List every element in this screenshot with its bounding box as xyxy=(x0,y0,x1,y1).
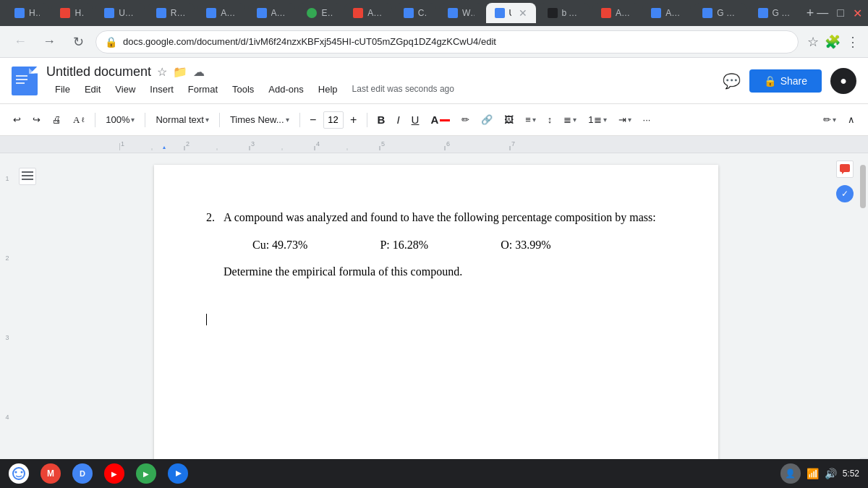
menu-edit[interactable]: Edit xyxy=(79,81,106,98)
docs-logo xyxy=(12,67,38,95)
zoom-button[interactable]: 100% ▾ xyxy=(101,109,139,131)
more-options-button[interactable]: ··· xyxy=(639,109,655,131)
image-button[interactable]: 🖼 xyxy=(500,109,518,131)
tab-aps2[interactable]: APS (... xyxy=(248,3,296,23)
font-color-button[interactable]: A xyxy=(426,109,454,131)
scrollbar-thumb[interactable] xyxy=(860,165,866,208)
document-area[interactable]: 2. A compound was analyzed and found to … xyxy=(41,153,832,488)
align-button[interactable]: ≡ ▾ xyxy=(521,109,540,131)
star-icon[interactable]: ☆ xyxy=(157,65,167,79)
url-input[interactable]: 🔒 docs.google.com/document/d/1ivM6f24nzx… xyxy=(95,30,799,53)
toolbar-separator-4 xyxy=(299,113,300,127)
tab-aps1[interactable]: APS_... xyxy=(197,3,244,23)
redo-button[interactable]: ↪ xyxy=(28,109,45,131)
undo-button[interactable]: ↩ xyxy=(9,109,25,131)
bookmark-icon[interactable]: ☆ xyxy=(807,34,819,50)
cloud-icon[interactable]: ☁ xyxy=(193,65,205,79)
style-dropdown[interactable]: Normal text ▾ xyxy=(151,109,213,131)
tab-close-icon[interactable]: ✕ xyxy=(519,7,527,19)
tab-chap[interactable]: Chap xyxy=(395,3,436,23)
tab-review[interactable]: Revie... xyxy=(148,3,195,23)
taskbar-music-icon[interactable] xyxy=(168,463,188,484)
taskbar-youtube-icon[interactable]: ▶ xyxy=(104,463,124,484)
share-button[interactable]: 🔒 Share xyxy=(749,69,822,93)
tab-untitle[interactable]: Untitle... xyxy=(95,3,145,23)
line-spacing-button[interactable]: ↕ xyxy=(543,109,557,131)
back-button[interactable]: ← xyxy=(9,30,32,53)
font-size-input[interactable] xyxy=(323,111,344,129)
edit-pencil-button[interactable]: ✏ ▾ xyxy=(819,109,841,131)
taskbar-play-icon[interactable]: ▶ xyxy=(136,463,156,484)
italic-button[interactable]: I xyxy=(392,109,404,131)
tab-home[interactable]: Home xyxy=(6,3,48,23)
forward-button[interactable]: → xyxy=(38,30,61,53)
tab-apsm[interactable]: APS /... xyxy=(344,3,391,23)
font-dropdown[interactable]: Times New... ▾ xyxy=(226,109,294,131)
chat-icon[interactable] xyxy=(836,160,854,178)
answer-area[interactable] xyxy=(206,310,666,329)
comments-icon[interactable]: 💬 xyxy=(723,72,741,90)
highlight-color-button[interactable]: ✏ xyxy=(457,109,474,131)
toolbar-separator-5 xyxy=(367,113,367,127)
menu-file[interactable]: File xyxy=(49,81,76,98)
taskbar-home-icon[interactable] xyxy=(9,463,29,484)
menu-format[interactable]: Format xyxy=(182,81,224,98)
document-title[interactable]: Untitled document xyxy=(46,64,151,80)
settings-icon[interactable]: ⋮ xyxy=(846,34,859,50)
tab-calcu[interactable]: G calcu... xyxy=(694,3,746,23)
left-sidebar xyxy=(14,153,41,488)
svg-marker-22 xyxy=(163,146,166,149)
last-edit-status: Last edit was seconds ago xyxy=(352,84,454,94)
font-size-decrease[interactable]: − xyxy=(306,113,320,127)
scrollbar[interactable] xyxy=(858,153,868,488)
underline-button[interactable]: U xyxy=(407,109,424,131)
app-header: Untitled document ☆ 📁 ☁ File Edit View I… xyxy=(0,58,868,104)
svg-rect-27 xyxy=(840,164,850,172)
user-avatar[interactable]: ● xyxy=(830,68,856,94)
indent-button[interactable]: ⇥ ▾ xyxy=(614,109,636,131)
taskbar-gmail-icon[interactable]: M xyxy=(41,463,61,484)
menu-view[interactable]: View xyxy=(109,81,141,98)
svg-text:1: 1 xyxy=(121,140,124,147)
question-number: 2. xyxy=(206,208,215,281)
minimize-icon[interactable]: — xyxy=(817,7,828,20)
menu-help[interactable]: Help xyxy=(312,81,344,98)
new-tab-button[interactable]: + xyxy=(807,6,814,21)
link-button[interactable]: 🔗 xyxy=(477,109,497,131)
refresh-button[interactable]: ↻ xyxy=(67,30,90,53)
collapse-button[interactable]: ∧ xyxy=(843,109,859,131)
sidebar-toggle-icon[interactable] xyxy=(19,168,36,185)
taskbar-user-avatar[interactable]: 👤 xyxy=(780,463,801,484)
bold-button[interactable]: B xyxy=(373,109,390,131)
tab-aps3[interactable]: APS T... xyxy=(642,3,691,23)
taskbar-docs-icon[interactable]: D xyxy=(72,463,93,484)
extension-icon[interactable]: 🧩 xyxy=(825,34,841,50)
share-lock-icon: 🔒 xyxy=(764,75,776,87)
spellcheck-button[interactable]: Aℓ xyxy=(69,109,89,131)
ruler: 1 2 3 4 5 6 7 xyxy=(0,136,868,153)
right-sidebar: ✓ xyxy=(832,153,858,488)
tab-essay[interactable]: Essay xyxy=(298,3,341,23)
margin-num-3: 3 xyxy=(5,334,9,341)
numbered-list-button[interactable]: 1≣ ▾ xyxy=(584,109,610,131)
tab-answers[interactable]: b Answ... xyxy=(539,3,590,23)
tab-active[interactable]: Ur X ✕ xyxy=(486,3,536,23)
tab-apsm2[interactable]: APS /... xyxy=(592,3,639,23)
menu-insert[interactable]: Insert xyxy=(144,81,179,98)
align-chevron-icon: ▾ xyxy=(532,116,536,124)
maximize-icon[interactable]: □ xyxy=(837,7,844,20)
print-button[interactable]: 🖨 xyxy=(48,109,66,131)
menu-tools[interactable]: Tools xyxy=(226,81,260,98)
close-browser-icon[interactable]: ✕ xyxy=(853,7,862,20)
tab-moon[interactable]: G moor... xyxy=(749,3,801,23)
tab-hotel[interactable]: Hotel xyxy=(51,3,93,23)
font-size-increase[interactable]: + xyxy=(346,113,361,127)
menu-addons[interactable]: Add-ons xyxy=(263,81,309,98)
zoom-chevron-icon: ▾ xyxy=(131,116,135,124)
list-button[interactable]: ≣ ▾ xyxy=(559,109,581,131)
folder-icon[interactable]: 📁 xyxy=(173,65,187,79)
svg-text:4: 4 xyxy=(316,140,320,147)
main-area: 1 2 3 4 5 2. A compound was analyzed and… xyxy=(0,153,868,488)
tab-works[interactable]: Works xyxy=(439,3,483,23)
check-icon[interactable]: ✓ xyxy=(836,185,854,202)
